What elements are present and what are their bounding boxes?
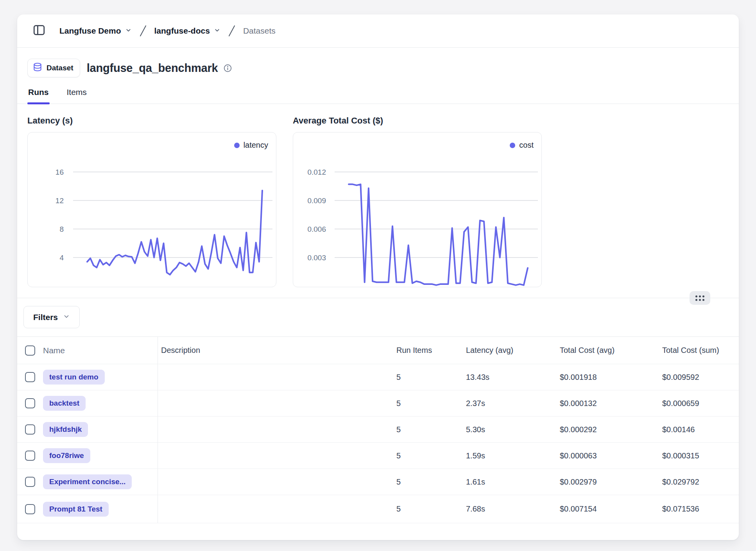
cost-chart-block: Average Total Cost ($) 0.0030.0060.0090.… xyxy=(293,116,542,287)
total-cost-avg-value: $0.000292 xyxy=(560,425,662,434)
latency-avg-value: 13.43s xyxy=(466,373,560,382)
dataset-type-badge: Dataset xyxy=(27,59,80,77)
latency-avg-value: 2.37s xyxy=(466,399,560,408)
row-checkbox[interactable] xyxy=(25,504,35,514)
total-cost-sum-value: $0.029792 xyxy=(662,478,739,487)
total-cost-sum-value: $0.000659 xyxy=(662,399,739,408)
tab-runs[interactable]: Runs xyxy=(27,88,50,104)
row-checkbox[interactable] xyxy=(25,451,35,461)
runs-table: Name Description Run Items Latency (avg)… xyxy=(17,336,739,534)
run-name-badge[interactable]: hjkfdshjk xyxy=(43,422,88,437)
svg-text:0.003: 0.003 xyxy=(307,254,326,262)
table-row: foo78riwe 5 1.59s $0.000063 $0.000315 xyxy=(17,443,739,469)
database-icon xyxy=(32,62,43,74)
cost-chart-legend: cost xyxy=(510,141,534,150)
total-cost-sum-value: $0.00146 xyxy=(662,425,739,434)
table-row: backtest 5 2.37s $0.000132 $0.000659 xyxy=(17,390,739,417)
cost-chart-title: Average Total Cost ($) xyxy=(293,116,542,126)
top-bar: Langfuse Demo langfuse-docs Datasets xyxy=(17,14,739,48)
table-row: hjkfdshjk 5 5.30s $0.000292 $0.00146 xyxy=(17,417,739,443)
run-items-count: 5 xyxy=(396,478,466,487)
latency-chart-title: Latency (s) xyxy=(27,116,276,126)
column-header-description: Description xyxy=(158,346,396,355)
total-cost-sum-value: $0.000315 xyxy=(662,451,739,460)
legend-dot-icon xyxy=(510,143,515,148)
breadcrumb-separator xyxy=(140,25,147,37)
table-header-row: Name Description Run Items Latency (avg)… xyxy=(17,337,739,364)
panel-left-icon xyxy=(32,23,46,38)
breadcrumb-separator xyxy=(228,25,235,37)
run-name-badge[interactable]: Experiment concise... xyxy=(43,474,132,489)
latency-chart: 481216 latency xyxy=(27,132,276,287)
row-checkbox[interactable] xyxy=(25,477,35,487)
chevron-down-icon xyxy=(125,27,132,35)
section-divider xyxy=(17,298,739,298)
dataset-badge-label: Dataset xyxy=(47,64,73,72)
total-cost-sum-value: $0.071536 xyxy=(662,504,739,513)
latency-chart-plot: 481216 xyxy=(28,132,276,287)
total-cost-avg-value: $0.001918 xyxy=(560,373,662,382)
tab-items[interactable]: Items xyxy=(66,88,88,104)
legend-dot-icon xyxy=(234,143,240,148)
run-name-badge[interactable]: test run demo xyxy=(43,370,105,385)
chevron-down-icon xyxy=(63,313,70,322)
cost-chart-plot: 0.0030.0060.0090.012 xyxy=(293,132,541,287)
cost-chart: 0.0030.0060.0090.012 cost xyxy=(293,132,542,287)
total-cost-avg-value: $0.007154 xyxy=(560,504,662,513)
run-name-badge[interactable]: Prompt 81 Test xyxy=(43,502,109,517)
chevron-down-icon xyxy=(214,27,220,35)
table-row: test run demo 5 13.43s $0.001918 $0.0095… xyxy=(17,364,739,390)
run-name-badge[interactable]: foo78riwe xyxy=(43,448,90,463)
svg-text:8: 8 xyxy=(59,225,64,233)
org-name: Langfuse Demo xyxy=(59,26,121,36)
legend-label: latency xyxy=(244,141,268,150)
svg-text:0.006: 0.006 xyxy=(307,225,326,233)
charts-section: Latency (s) 481216 latency Average Total… xyxy=(17,104,739,287)
table-row: Prompt 81 Test 5 7.68s $0.007154 $0.0715… xyxy=(17,495,739,523)
column-header-total-cost-sum: Total Cost (sum) xyxy=(662,346,739,355)
header-checkbox-cell xyxy=(17,337,39,364)
column-header-name: Name xyxy=(39,337,158,364)
svg-text:0.012: 0.012 xyxy=(307,168,326,176)
latency-avg-value: 5.30s xyxy=(466,425,560,434)
total-cost-avg-value: $0.000063 xyxy=(560,451,662,460)
filters-button[interactable]: Filters xyxy=(23,306,80,328)
table-row-partially-visible xyxy=(17,523,739,534)
breadcrumb-section[interactable]: Datasets xyxy=(243,26,276,36)
svg-text:12: 12 xyxy=(56,197,64,205)
grip-dots-icon xyxy=(695,295,704,301)
page-title: langfuse_qa_benchmark xyxy=(87,62,218,75)
run-items-count: 5 xyxy=(396,451,466,460)
run-items-count: 5 xyxy=(396,373,466,382)
row-checkbox[interactable] xyxy=(25,424,35,435)
row-checkbox[interactable] xyxy=(25,398,35,408)
org-switcher[interactable]: Langfuse Demo xyxy=(59,26,132,36)
latency-avg-value: 7.68s xyxy=(466,504,560,513)
row-checkbox[interactable] xyxy=(25,372,35,382)
run-items-count: 5 xyxy=(396,399,466,408)
main-panel: Langfuse Demo langfuse-docs Datasets xyxy=(17,14,739,540)
run-items-count: 5 xyxy=(396,425,466,434)
total-cost-avg-value: $0.000132 xyxy=(560,399,662,408)
latency-chart-legend: latency xyxy=(234,141,268,150)
latency-chart-block: Latency (s) 481216 latency xyxy=(27,116,276,287)
resize-grip-handle[interactable] xyxy=(690,291,710,305)
tab-bar: Runs Items xyxy=(17,88,739,104)
project-switcher[interactable]: langfuse-docs xyxy=(154,26,220,36)
table-row: Experiment concise... 5 1.61s $0.002979 … xyxy=(17,469,739,495)
latency-avg-value: 1.59s xyxy=(466,451,560,460)
column-header-total-cost-avg: Total Cost (avg) xyxy=(560,346,662,355)
total-cost-sum-value: $0.009592 xyxy=(662,373,739,382)
column-header-run-items: Run Items xyxy=(396,346,466,355)
dataset-header: Dataset langfuse_qa_benchmark xyxy=(27,59,739,77)
total-cost-avg-value: $0.002979 xyxy=(560,478,662,487)
select-all-checkbox[interactable] xyxy=(25,345,35,356)
run-name-badge[interactable]: backtest xyxy=(43,396,86,411)
svg-text:0.009: 0.009 xyxy=(307,197,326,205)
column-header-latency-avg: Latency (avg) xyxy=(466,346,560,355)
sidebar-toggle-button[interactable] xyxy=(30,22,48,39)
breadcrumb: Langfuse Demo langfuse-docs Datasets xyxy=(59,25,276,37)
info-icon[interactable] xyxy=(223,64,232,73)
legend-label: cost xyxy=(519,141,534,150)
svg-text:4: 4 xyxy=(59,254,64,262)
